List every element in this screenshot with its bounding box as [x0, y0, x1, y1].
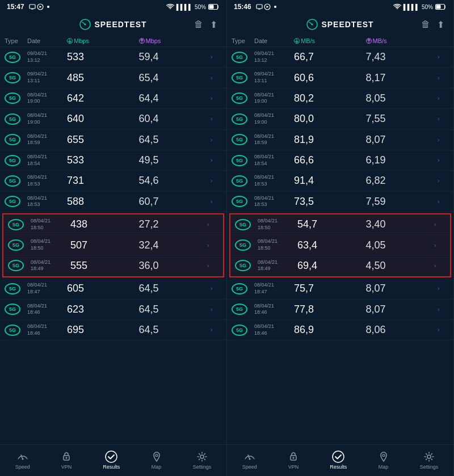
download-speed: 54,7 — [297, 218, 366, 230]
nav-item-speed[interactable]: Speed — [242, 450, 257, 470]
row-chevron-icon: › — [211, 327, 222, 333]
svg-point-31 — [333, 451, 344, 462]
dot-icon — [45, 3, 52, 10]
table-row[interactable]: 5G 08/04/2118:47 75,7 8,07 › — [227, 279, 453, 299]
header-title: SPEEDTEST — [306, 19, 373, 30]
table-row[interactable]: 5G 08/04/2118:47 605 64,5 › — [0, 279, 226, 299]
map-nav-icon — [377, 450, 390, 463]
row-chevron-icon: › — [434, 221, 445, 228]
row-chevron-icon: › — [211, 137, 222, 143]
nav-item-speed[interactable]: Speed — [15, 450, 30, 470]
nav-item-settings[interactable]: Settings — [193, 450, 212, 470]
date-time: 08/04/2119:00 — [27, 112, 67, 125]
table-row[interactable]: 5G 08/04/2118:50 63,4 4,05 › — [230, 235, 450, 255]
download-speed: 69,4 — [297, 260, 366, 272]
download-speed: 507 — [70, 239, 139, 251]
type-badge-5g: 5G — [5, 72, 20, 83]
nav-label: Results — [103, 464, 120, 470]
table-row[interactable]: 5G 08/04/2118:53 731 54,6 › — [0, 171, 226, 191]
nav-item-results[interactable]: Results — [330, 450, 347, 470]
download-speed: 623 — [67, 304, 139, 315]
table-row[interactable]: 5G 09/04/2113:11 60,6 8,17 › — [227, 68, 453, 88]
upload-speed: 7,43 — [366, 51, 438, 63]
nav-item-map[interactable]: Map — [150, 450, 163, 470]
svg-point-8 — [85, 24, 86, 26]
nav-label: VPN — [288, 464, 299, 470]
row-chevron-icon: › — [211, 306, 222, 313]
date-time: 08/04/2118:49 — [258, 259, 297, 272]
table-row[interactable]: 5G 08/04/2118:54 66,6 6,19 › — [227, 150, 453, 171]
table-row[interactable]: 5G 09/04/2113:12 66,7 7,43 › — [227, 47, 453, 68]
upload-speed: 27,2 — [139, 218, 208, 230]
date-time: 08/04/2118:53 — [27, 174, 67, 187]
table-row[interactable]: 5G 08/04/2118:46 86,9 8,06 › — [227, 320, 453, 340]
table-row[interactable]: 5G 08/04/2118:53 588 60,7 › — [0, 192, 226, 212]
type-badge-5g: 5G — [232, 283, 247, 294]
row-chevron-icon: › — [211, 285, 222, 292]
row-chevron-icon: › — [438, 157, 449, 163]
table-row[interactable]: 5G 08/04/2118:50 54,7 3,40 › — [230, 214, 450, 235]
nav-item-map[interactable]: Map — [377, 450, 390, 470]
table-row[interactable]: 5G 08/04/2118:46 695 64,5 › — [0, 320, 226, 340]
upload-speed: 64,5 — [139, 134, 211, 146]
table-row[interactable]: 5G 08/04/2118:59 655 64,5 › — [0, 130, 226, 150]
table-row[interactable]: 5G 08/04/2118:46 77,8 8,07 › — [227, 300, 453, 320]
table-row[interactable]: 5G 08/04/2118:59 81,9 8,07 › — [227, 130, 453, 150]
share-icon[interactable]: ⬆ — [437, 19, 444, 30]
download-speed: 438 — [70, 218, 139, 230]
table-row[interactable]: 5G 09/04/2113:12 533 59,4 › — [0, 47, 226, 68]
status-time: 15:47 — [7, 3, 24, 11]
delete-icon[interactable]: 🗑 — [194, 19, 203, 30]
status-bar: 15:46 ▌▌▌▌ 50% — [227, 0, 453, 14]
col-chevron — [211, 37, 222, 44]
download-speed: 605 — [67, 283, 139, 294]
download-speed: 695 — [67, 324, 139, 336]
share-icon[interactable]: ⬆ — [210, 19, 217, 30]
date-time: 08/04/2118:59 — [254, 133, 294, 146]
bottom-nav: Speed VPN Results Map — [227, 444, 453, 476]
app-title: SPEEDTEST — [321, 20, 373, 29]
up-arrow-icon — [139, 38, 145, 44]
date-time: 08/04/2118:46 — [254, 323, 294, 336]
upload-speed: 8,07 — [366, 283, 438, 294]
table-row[interactable]: 5G 08/04/2118:50 438 27,2 › — [3, 214, 223, 235]
table-row[interactable]: 5G 08/04/2118:50 507 32,4 › — [3, 235, 223, 255]
table-row[interactable]: 5G 08/04/2119:00 642 64,4 › — [0, 89, 226, 109]
down-arrow-icon — [67, 38, 73, 44]
date-time: 08/04/2119:00 — [27, 92, 67, 105]
nav-item-vpn[interactable]: VPN — [287, 450, 300, 470]
table-row[interactable]: 5G 08/04/2119:00 80,0 7,55 › — [227, 109, 453, 129]
svg-point-13 — [65, 457, 67, 458]
table-row[interactable]: 5G 08/04/2118:54 533 49,5 › — [0, 150, 226, 171]
speedtest-logo — [79, 19, 91, 30]
nav-item-settings[interactable]: Settings — [420, 450, 439, 470]
date-time: 08/04/2118:50 — [31, 218, 70, 231]
upload-speed: 3,40 — [366, 218, 435, 230]
upload-speed: 6,82 — [366, 175, 438, 187]
nav-label: Settings — [420, 464, 439, 470]
vpn-nav-icon — [287, 450, 300, 463]
type-badge-5g: 5G — [232, 196, 247, 207]
date-time: 08/04/2118:50 — [258, 238, 297, 251]
table-row[interactable]: 5G 08/04/2118:49 555 36,0 › — [3, 256, 223, 276]
nav-label: Speed — [15, 464, 30, 470]
table-row[interactable]: 5G 08/04/2119:00 80,2 8,05 › — [227, 89, 453, 109]
delete-icon[interactable]: 🗑 — [421, 19, 430, 30]
type-badge-5g: 5G — [5, 155, 20, 166]
nav-item-results[interactable]: Results — [103, 450, 120, 470]
table-row[interactable]: 5G 08/04/2118:53 73,5 7,59 › — [227, 192, 453, 212]
table-row[interactable]: 5G 09/04/2113:11 485 65,4 › — [0, 68, 226, 88]
row-chevron-icon: › — [434, 242, 445, 248]
tv-icon — [256, 3, 263, 10]
upload-speed: 64,5 — [139, 324, 211, 336]
table-row[interactable]: 5G 08/04/2119:00 640 60,4 › — [0, 109, 226, 129]
nav-item-vpn[interactable]: VPN — [60, 450, 73, 470]
highlight-group: 5G 08/04/2118:50 54,7 3,40 › 5G 08/04/21… — [229, 213, 451, 277]
table-row[interactable]: 5G 08/04/2118:53 91,4 6,82 › — [227, 171, 453, 191]
panel-left: 15:47 ▌▌▌▌ 50% — [0, 0, 227, 476]
table-row[interactable]: 5G 08/04/2118:49 69,4 4,50 › — [230, 256, 450, 276]
table-row[interactable]: 5G 08/04/2118:46 623 64,5 › — [0, 300, 226, 320]
type-badge-5g: 5G — [232, 52, 247, 63]
nav-label: Map — [152, 464, 162, 470]
download-speed: 655 — [67, 134, 139, 146]
